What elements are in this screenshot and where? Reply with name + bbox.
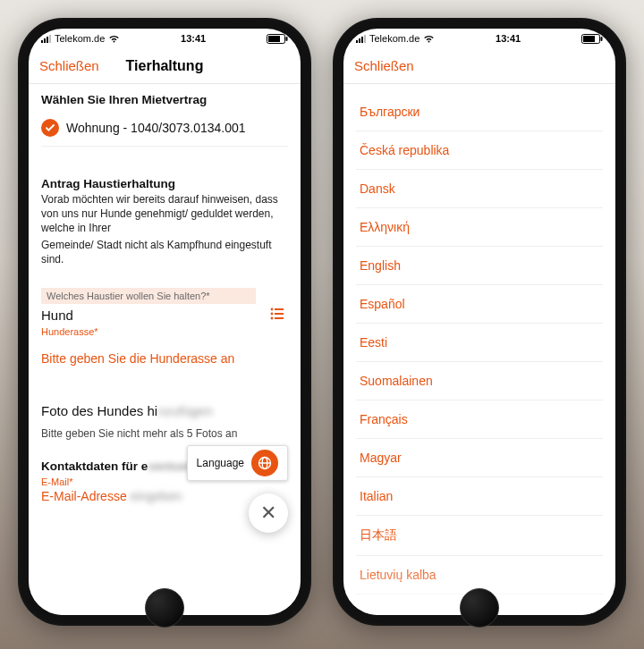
svg-rect-13: [583, 36, 595, 42]
application-heading: Antrag Haustierhaltung: [41, 177, 288, 190]
battery-icon: [267, 34, 288, 44]
battery-icon: [581, 34, 603, 44]
photo-hint: Bitte geben Sie nicht mehr als 5 Fotos a…: [41, 427, 288, 440]
language-item[interactable]: English: [356, 247, 603, 285]
breed-error-text: Bitte geben Sie die Hunderasse an: [41, 351, 288, 366]
signal-icon: [41, 35, 51, 43]
status-bar: Telekom.de 13:41: [29, 29, 301, 48]
content-area: БългарскиČeská republikaDanskΕλληνικήEng…: [343, 84, 615, 615]
application-text-1: Vorab möchten wir bereits darauf hinweis…: [41, 192, 288, 236]
status-bar: Telekom.de 13:41: [343, 29, 615, 48]
photo-section-title: Foto des Hundes hinzufügen: [41, 403, 288, 418]
language-item[interactable]: Français: [356, 400, 603, 439]
pet-field-value[interactable]: Hund: [41, 308, 73, 323]
application-text-2: Gemeinde/ Stadt nicht als Kampfhund eing…: [41, 238, 288, 266]
language-popup[interactable]: Language: [187, 445, 288, 481]
nav-bar: Schließen Tierhaltung: [29, 48, 301, 84]
close-fab-button[interactable]: ✕: [249, 493, 288, 533]
phone-mockup-right: Telekom.de 13:41 Schließen БългарскиČesk…: [333, 18, 626, 626]
language-item[interactable]: Česká republika: [356, 131, 603, 170]
nav-bar: Schließen: [343, 48, 615, 84]
check-icon: [41, 119, 59, 137]
phone-mockup-left: Telekom.de 13:41 Schließen Tierhaltung W…: [18, 18, 311, 626]
status-time: 13:41: [181, 33, 206, 44]
carrier-label: Telekom.de: [369, 33, 419, 44]
content-area: Wählen Sie Ihren Mietvertrag Wohnung - 1…: [29, 84, 301, 615]
screen-left: Telekom.de 13:41 Schließen Tierhaltung W…: [29, 29, 301, 615]
svg-point-7: [271, 317, 274, 320]
language-item[interactable]: Ελληνική: [356, 208, 603, 247]
contract-row[interactable]: Wohnung - 1040/3073.0134.001: [41, 114, 288, 147]
svg-point-3: [271, 308, 274, 311]
signal-icon: [356, 35, 366, 43]
svg-rect-8: [275, 317, 284, 319]
breed-required-label: Hunderasse*: [41, 326, 288, 337]
language-item[interactable]: Eesti: [356, 324, 603, 362]
contract-label: Wohnung - 1040/3073.0134.001: [66, 121, 246, 135]
svg-rect-6: [275, 313, 284, 315]
svg-rect-14: [601, 37, 603, 41]
pet-field: Welches Haustier wollen Sie halten?* Hun…: [41, 288, 288, 337]
language-list: БългарскиČeská republikaDanskΕλληνικήEng…: [356, 93, 603, 594]
email-field-value[interactable]: E-Mail-Adresse eingeben: [41, 489, 288, 503]
globe-icon[interactable]: [251, 450, 278, 476]
pet-field-label: Welches Haustier wollen Sie halten?*: [41, 288, 256, 304]
close-button[interactable]: Schließen: [354, 58, 414, 73]
wifi-icon: [423, 35, 435, 43]
language-item[interactable]: Dansk: [356, 170, 603, 208]
svg-rect-4: [275, 308, 284, 310]
list-icon[interactable]: [270, 308, 288, 323]
wifi-icon: [108, 35, 120, 43]
language-item[interactable]: 日本語: [356, 516, 603, 556]
screen-right: Telekom.de 13:41 Schließen БългарскиČesk…: [343, 29, 615, 615]
home-button[interactable]: [460, 588, 499, 628]
language-item[interactable]: Suomalainen: [356, 362, 603, 400]
language-item[interactable]: Български: [356, 93, 603, 131]
language-item[interactable]: Español: [356, 285, 603, 324]
status-time: 13:41: [496, 33, 521, 44]
language-label: Language: [197, 457, 244, 469]
svg-rect-1: [268, 36, 280, 42]
language-item[interactable]: Italian: [356, 477, 603, 516]
carrier-label: Telekom.de: [55, 33, 105, 44]
close-button[interactable]: Schließen: [39, 58, 99, 73]
language-item[interactable]: Magyar: [356, 439, 603, 477]
svg-point-5: [271, 313, 274, 316]
select-contract-heading: Wählen Sie Ihren Mietvertrag: [41, 93, 288, 106]
home-button[interactable]: [145, 588, 184, 628]
close-icon: ✕: [260, 502, 276, 525]
svg-rect-2: [286, 37, 288, 41]
